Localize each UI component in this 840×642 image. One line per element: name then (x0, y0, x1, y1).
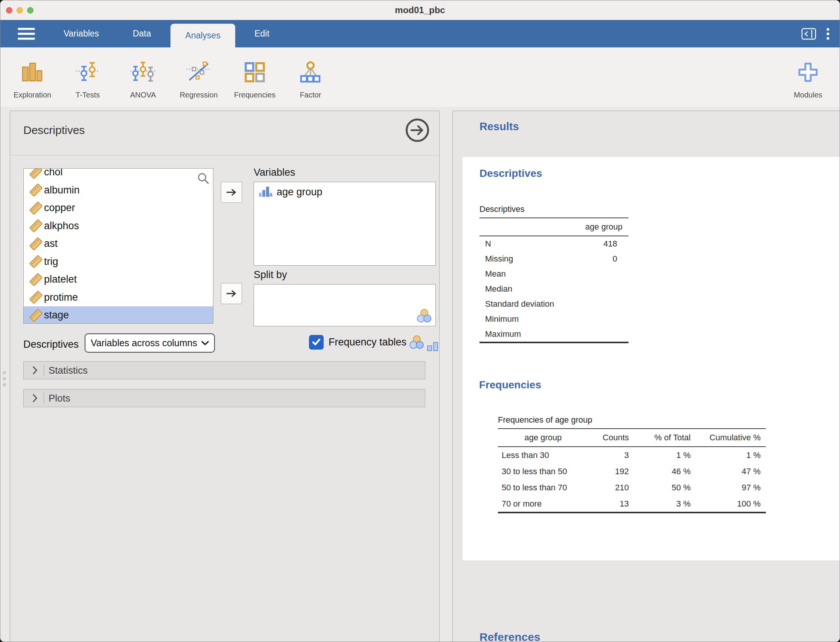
nominal-variable-icon: a (259, 186, 273, 198)
collapse-results-icon[interactable] (801, 28, 816, 41)
table-corner-cell (480, 218, 574, 236)
frequency-tables-checkbox[interactable] (309, 335, 324, 350)
splitby-box-label: Split by (254, 269, 287, 281)
analysis-options-panel: Descriptives chol albumin copper (10, 111, 439, 642)
list-item[interactable]: ast (24, 235, 213, 253)
variable-name: chol (44, 168, 63, 178)
continuous-variable-icon (28, 271, 44, 288)
move-to-variables-button[interactable] (221, 182, 242, 203)
more-options-icon[interactable] (826, 28, 830, 42)
references-heading[interactable]: References (480, 631, 540, 642)
section-label: Statistics (49, 365, 88, 376)
list-item-selected[interactable]: stage (24, 306, 213, 324)
app-window: mod01_pbc Variables Data Analyses Edit (0, 0, 840, 642)
table-row: N 418 (480, 236, 629, 251)
descriptives-heading[interactable]: Descriptives (480, 167, 542, 180)
list-item[interactable]: alkphos (24, 217, 213, 235)
column-header: Counts (588, 429, 637, 447)
toolbar-item-label: Modules (794, 91, 822, 102)
results-document: Descriptives Descriptives age group N 4 (462, 157, 840, 560)
exploration-button[interactable]: Exploration (10, 54, 55, 102)
variables-box-label: Variables (254, 167, 295, 178)
variable-name: alkphos (44, 220, 79, 232)
tab-analyses[interactable]: Analyses (170, 24, 235, 47)
tab-data[interactable]: Data (133, 20, 151, 47)
factor-button[interactable]: Factor (292, 54, 329, 102)
modules-button[interactable]: Modules (785, 54, 830, 102)
variable-name: platelet (44, 274, 77, 285)
selected-option: Variables across columns (91, 337, 197, 349)
variable-name: copper (44, 202, 75, 214)
list-item[interactable]: chol (24, 168, 213, 182)
continuous-variable-icon (28, 235, 44, 252)
divider (44, 365, 44, 376)
variable-name: stage (44, 309, 69, 321)
title-bar[interactable]: mod01_pbc (0, 0, 840, 20)
descriptives-table[interactable]: Descriptives age group N 418 (480, 204, 629, 343)
section-label: Plots (49, 392, 70, 404)
table-title: Frequencies of age group (498, 415, 766, 425)
move-to-splitby-button[interactable] (221, 283, 242, 304)
variable-name: albumin (44, 185, 80, 196)
continuous-variable-icon (28, 182, 44, 198)
toolbar-item-label: ANOVA (130, 91, 156, 102)
table-title: Descriptives (480, 204, 629, 214)
table-row: Maximum (480, 327, 629, 342)
list-item[interactable]: copper (24, 199, 213, 217)
scatter-line-icon (186, 54, 211, 91)
list-item[interactable]: platelet (24, 271, 213, 289)
column-header: age group (498, 429, 588, 447)
toolbar-item-label: Regression (180, 91, 217, 102)
table-row: Standard deviation (480, 297, 629, 311)
toolbar-item-label: Exploration (13, 91, 51, 102)
continuous-variable-icon (28, 217, 44, 234)
continuous-variable-icon (28, 253, 44, 270)
table-row: Minimum (480, 311, 629, 327)
plots-section-header[interactable]: Plots (23, 389, 425, 407)
list-item[interactable]: protime (24, 289, 213, 307)
table-row: 70 or more 13 3 % 100 % (498, 496, 766, 512)
table-row: Mean (480, 266, 629, 282)
continuous-variable-icon (28, 168, 44, 181)
hamburger-menu-icon[interactable] (18, 28, 35, 41)
splitby-box[interactable] (254, 284, 436, 326)
variable-name: ast (44, 238, 58, 250)
frequencies-table[interactable]: Frequencies of age group age group Count… (498, 415, 766, 513)
continuous-variable-icon (28, 200, 44, 216)
column-header: Cumulative % (697, 429, 766, 447)
ribbon: Variables Data Analyses Edit (0, 20, 840, 47)
divider (10, 155, 439, 156)
variables-box[interactable]: a age group (254, 182, 436, 266)
hide-options-arrow-button[interactable] (406, 118, 429, 142)
available-variables-list[interactable]: chol albumin copper alkphos ast trig (23, 168, 213, 324)
chevron-right-icon (33, 394, 37, 402)
column-header: % of Total (637, 429, 697, 447)
list-item[interactable]: trig (24, 253, 213, 271)
left-splitter-handle[interactable] (3, 371, 6, 389)
mini-bars-icon (427, 336, 439, 351)
tab-edit[interactable]: Edit (255, 20, 269, 47)
tree-diagram-icon (299, 54, 322, 91)
checkmark-icon (311, 337, 321, 347)
toolbar-item-label: Factor (300, 91, 321, 102)
t-tests-button[interactable]: T-Tests (69, 54, 107, 102)
frequencies-button[interactable]: Frequencies (230, 54, 279, 102)
statistics-section-header[interactable]: Statistics (23, 361, 425, 379)
plus-icon (798, 54, 819, 91)
descriptives-mode-select[interactable]: Variables across columns (85, 333, 215, 353)
anova-button[interactable]: ANOVA (124, 54, 162, 102)
frequency-tables-label: Frequency tables (329, 336, 407, 348)
list-item[interactable]: albumin (24, 182, 213, 199)
table-row: Median (480, 282, 629, 297)
tab-variables[interactable]: Variables (63, 20, 99, 47)
divider (44, 392, 44, 404)
toolbar-item-label: T-Tests (76, 91, 100, 102)
three-errorbars-icon (131, 54, 156, 91)
assigned-variable[interactable]: a age group (254, 182, 435, 202)
regression-button[interactable]: Regression (176, 54, 221, 102)
search-icon[interactable] (197, 172, 209, 186)
bar-chart-icon (21, 54, 44, 91)
frequencies-heading[interactable]: Frequencies (479, 379, 541, 391)
column-header: age group (574, 218, 629, 236)
results-title: Results (480, 120, 519, 133)
